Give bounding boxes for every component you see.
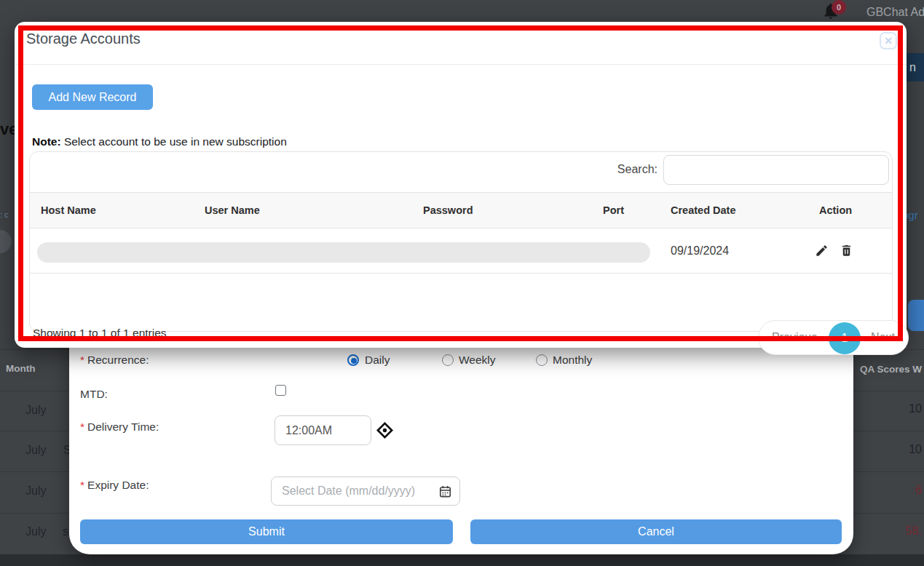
pagination: Previous 1 Next <box>758 320 909 355</box>
subscription-form-modal: *Recurrence: Daily Weekly Monthly MTD: *… <box>69 331 853 554</box>
radio-weekly[interactable] <box>442 354 454 366</box>
background-button-fragment <box>0 230 12 253</box>
radio-daily[interactable] <box>347 354 359 366</box>
notification-badge: 0 <box>832 0 846 15</box>
time-picker-icon[interactable] <box>376 421 394 439</box>
created-date-cell: 09/19/2024 <box>671 244 729 258</box>
add-new-record-button[interactable]: Add New Record <box>32 84 153 110</box>
table-header-row: Host Name User Name Password Port Create… <box>30 192 892 228</box>
bg-cell-month: July <box>25 485 46 498</box>
column-user-name[interactable]: User Name <box>205 204 260 216</box>
bg-cell-fragment: s <box>63 525 68 538</box>
mtd-checkbox[interactable] <box>275 385 286 396</box>
table-row[interactable]: 09/19/2024 <box>30 228 892 274</box>
note-label: Note: <box>32 135 61 148</box>
mtd-label: MTD: <box>80 388 108 401</box>
entries-summary: Showing 1 to 1 of 1 entries <box>33 327 167 340</box>
title-divider <box>15 64 907 65</box>
storage-accounts-modal: Storage Accounts ✕ Add New Record Note: … <box>15 22 907 348</box>
column-password[interactable]: Password <box>423 204 473 216</box>
notification-bell-icon[interactable]: 0 <box>821 1 846 23</box>
bg-cell-score: 10 <box>909 402 922 415</box>
background-text-fragment: : c <box>0 210 9 219</box>
column-action[interactable]: Action <box>819 204 852 216</box>
close-icon[interactable]: ✕ <box>880 32 897 49</box>
delivery-time-input[interactable] <box>275 415 371 445</box>
cancel-button[interactable]: Cancel <box>470 519 842 544</box>
bg-cell-month: July <box>25 444 46 457</box>
background-blue-button-fragment <box>908 300 924 331</box>
required-asterisk: * <box>80 354 84 366</box>
radio-monthly-label[interactable]: Monthly <box>553 354 592 367</box>
bg-column-qa-scores: QA Scores W <box>860 364 922 375</box>
edit-icon[interactable] <box>815 244 829 258</box>
delivery-time-label: *Delivery Time: <box>80 420 159 434</box>
bg-column-month: Month <box>6 363 35 374</box>
note-text: Note: Select account to be use in new su… <box>32 135 287 148</box>
modal-title: Storage Accounts <box>26 31 141 47</box>
bg-cell-score: 58. <box>906 525 922 538</box>
column-port[interactable]: Port <box>603 204 624 216</box>
radio-monthly[interactable] <box>536 354 548 366</box>
radio-daily-label[interactable]: Daily <box>365 354 390 367</box>
required-asterisk: * <box>80 420 84 433</box>
search-input[interactable] <box>663 155 889 185</box>
pagination-previous[interactable]: Previous <box>772 331 817 344</box>
accounts-table-card: Search: Host Name User Name Password Por… <box>29 151 893 332</box>
bg-cell-month: July <box>25 404 46 417</box>
bg-cell-month: July <box>25 525 46 538</box>
pagination-next[interactable]: Next <box>871 331 895 344</box>
radio-weekly-label[interactable]: Weekly <box>459 354 496 367</box>
search-label: Search: <box>617 163 658 176</box>
submit-button[interactable]: Submit <box>80 519 453 544</box>
calendar-icon[interactable] <box>438 485 452 498</box>
expiry-date-label: *Expiry Date: <box>80 479 149 492</box>
bg-cell-score: 6 <box>915 484 922 497</box>
page-footer-strip <box>0 554 924 566</box>
expiry-date-placeholder: Select Date (mm/dd/yyyy) <box>282 485 438 498</box>
redacted-account-data <box>37 242 650 263</box>
brand-text: GBChat Ad <box>866 6 924 19</box>
column-created-date[interactable]: Created Date <box>671 204 735 216</box>
background-navy-button-fragment: n <box>905 53 924 81</box>
recurrence-label: *Recurrence: <box>80 354 149 367</box>
column-host-name[interactable]: Host Name <box>41 204 96 216</box>
required-asterisk: * <box>80 479 84 491</box>
pagination-page-1[interactable]: 1 <box>829 322 861 354</box>
expiry-date-input[interactable]: Select Date (mm/dd/yyyy) <box>271 477 460 506</box>
bg-cell-score: 10 <box>909 443 922 456</box>
delete-icon[interactable] <box>840 244 853 258</box>
